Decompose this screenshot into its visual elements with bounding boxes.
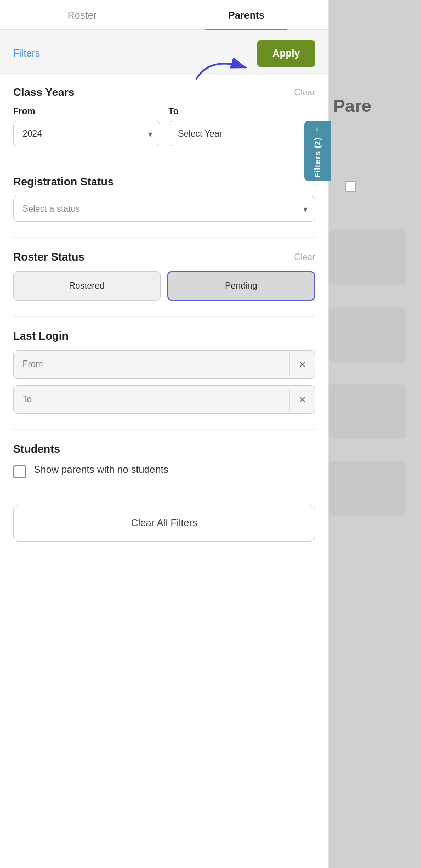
students-section: Students Show parents with no students xyxy=(13,443,315,478)
background-checkbox-area xyxy=(345,181,356,192)
to-year-select-wrapper: Select Year 2024 2025 2026 2027 xyxy=(169,121,316,146)
show-parents-label: Show parents with no students xyxy=(34,463,168,477)
apply-button[interactable]: Apply xyxy=(257,40,315,67)
class-years-header: Class Years Clear xyxy=(13,86,315,99)
filters-label: Filters xyxy=(13,48,40,59)
divider-1 xyxy=(13,162,315,162)
rostered-button[interactable]: Rostered xyxy=(13,271,161,301)
background-title: Pare xyxy=(333,96,371,116)
bg-checkbox xyxy=(345,181,356,192)
chevron-left-icon: ‹ xyxy=(316,124,318,134)
students-header: Students xyxy=(13,443,315,455)
last-login-to-row: ✕ xyxy=(13,385,315,414)
divider-3 xyxy=(13,316,315,317)
filter-panel: Roster Parents Filters Apply Class Years… xyxy=(0,0,329,868)
class-years-title: Class Years xyxy=(13,86,75,99)
last-login-from-clear-button[interactable]: ✕ xyxy=(289,353,315,376)
roster-status-toggle-group: Rostered Pending xyxy=(13,271,315,301)
class-years-clear[interactable]: Clear xyxy=(294,88,315,98)
last-login-title: Last Login xyxy=(13,330,69,342)
from-year-select-wrapper: 2024 2023 2022 2021 2020 xyxy=(13,121,160,146)
from-label: From xyxy=(13,106,160,116)
tab-bar: Roster Parents xyxy=(0,0,328,30)
tab-parents[interactable]: Parents xyxy=(164,0,329,29)
registration-status-select[interactable]: Select a status Active Inactive Pending xyxy=(13,196,315,222)
filters-side-tab[interactable]: ‹ Filters (2) xyxy=(304,121,331,181)
divider-4 xyxy=(13,429,315,430)
arrow-annotation xyxy=(186,51,258,84)
to-label: To xyxy=(169,106,316,116)
students-title: Students xyxy=(13,443,60,455)
from-year-group: From 2024 2023 2022 2021 2020 xyxy=(13,106,160,146)
tab-roster[interactable]: Roster xyxy=(0,0,164,29)
bg-card-2 xyxy=(329,307,406,362)
clear-all-filters-button[interactable]: Clear All Filters xyxy=(13,505,315,542)
last-login-from-row: ✕ xyxy=(13,350,315,379)
registration-status-select-wrapper: Select a status Active Inactive Pending xyxy=(13,196,315,222)
pending-button[interactable]: Pending xyxy=(167,271,316,301)
to-year-group: To Select Year 2024 2025 2026 2027 xyxy=(169,106,316,146)
registration-status-header: Registration Status xyxy=(13,176,315,188)
last-login-header: Last Login xyxy=(13,330,315,342)
last-login-from-input[interactable] xyxy=(14,351,289,378)
filters-side-tab-label: Filters (2) xyxy=(313,137,322,178)
roster-status-clear[interactable]: Clear xyxy=(294,252,315,262)
last-login-to-input[interactable] xyxy=(14,386,289,413)
divider-2 xyxy=(13,237,315,238)
filter-content: Class Years Clear From 2024 2023 2022 20… xyxy=(0,75,328,553)
last-login-to-clear-button[interactable]: ✕ xyxy=(289,388,315,412)
from-year-select[interactable]: 2024 2023 2022 2021 2020 xyxy=(13,121,160,146)
registration-status-section: Registration Status Select a status Acti… xyxy=(13,176,315,222)
students-checkbox-row: Show parents with no students xyxy=(13,463,315,478)
class-years-section: Class Years Clear From 2024 2023 2022 20… xyxy=(13,86,315,146)
roster-status-header: Roster Status Clear xyxy=(13,251,315,263)
filter-header: Filters Apply xyxy=(0,30,328,75)
bg-card-4 xyxy=(329,461,406,516)
show-parents-checkbox[interactable] xyxy=(13,465,26,478)
bg-card-3 xyxy=(329,384,406,439)
roster-status-section: Roster Status Clear Rostered Pending xyxy=(13,251,315,301)
last-login-section: Last Login ✕ ✕ xyxy=(13,330,315,414)
year-row: From 2024 2023 2022 2021 2020 To xyxy=(13,106,315,146)
registration-status-title: Registration Status xyxy=(13,176,113,188)
roster-status-title: Roster Status xyxy=(13,251,84,263)
bg-card-1 xyxy=(329,230,406,285)
to-year-select[interactable]: Select Year 2024 2025 2026 2027 xyxy=(169,121,316,146)
